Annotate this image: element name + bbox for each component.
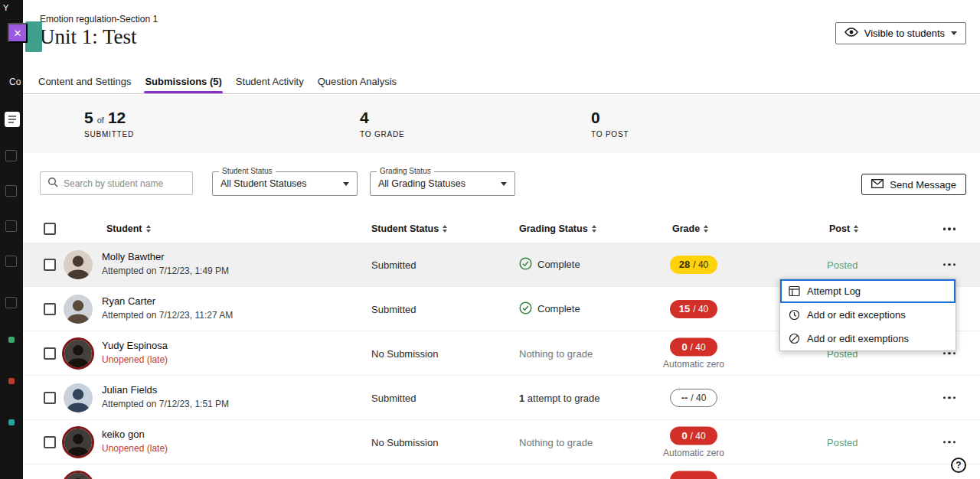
grading-status-label: Complete — [537, 303, 580, 314]
row-checkbox[interactable] — [44, 303, 56, 315]
row-checkbox[interactable] — [44, 436, 56, 448]
stat-value: 5 — [84, 109, 93, 127]
grade-pill[interactable]: 15 / 40 — [670, 300, 717, 318]
column-header-grading-status[interactable]: Grading Status — [519, 223, 596, 234]
table-row: keiko gon Unopened (late) No Submission … — [23, 420, 980, 464]
complete-icon — [519, 257, 532, 272]
student-name[interactable]: Ryan Carter — [102, 295, 233, 307]
sidebar-green-marker — [8, 337, 15, 343]
student-name[interactable]: Yudy Espinosa — [102, 340, 168, 351]
stat-connector: of — [97, 116, 104, 125]
menu-item-add-exemptions[interactable]: Add or edit exemptions — [780, 327, 956, 350]
grade-max: / 40 — [693, 304, 708, 314]
post-status: Posted — [827, 436, 858, 448]
visibility-dropdown-button[interactable]: Visible to students — [835, 22, 966, 44]
row-checkbox[interactable] — [44, 259, 56, 271]
student-name[interactable]: Julian Fields — [102, 384, 229, 396]
tab-content-and-settings[interactable]: Content and Settings — [38, 69, 132, 93]
student-status-filter[interactable]: Student Status All Student Statuses — [212, 171, 358, 196]
sidebar-teal-marker — [8, 419, 15, 425]
table-row — [23, 464, 980, 479]
avatar — [62, 337, 94, 370]
table-options-button[interactable] — [940, 224, 959, 233]
grading-status: Complete — [519, 301, 580, 317]
attempt-info: Attempted on 7/12/23, 1:51 PM — [102, 399, 229, 409]
stat-value: 0 — [591, 109, 600, 127]
send-message-button[interactable]: Send Message — [861, 174, 966, 195]
book-icon[interactable] — [5, 112, 20, 127]
avatar — [64, 250, 93, 279]
row-checkbox[interactable] — [44, 392, 56, 404]
grade-pill[interactable]: -- / 40 — [670, 389, 717, 407]
column-header-student-status[interactable]: Student Status — [371, 223, 447, 234]
row-menu-button[interactable] — [940, 438, 959, 447]
attempt-info: Unopened (late) — [102, 354, 168, 365]
filter-value: All Student Statuses — [220, 178, 307, 189]
avatar — [62, 426, 94, 458]
search-input[interactable] — [64, 178, 185, 189]
sort-icon — [146, 225, 151, 233]
select-all-checkbox[interactable] — [44, 223, 56, 235]
grade-pill[interactable]: 28 / 40 — [670, 256, 717, 274]
tab-submissions[interactable]: Submissions (5) — [144, 69, 222, 93]
avatar — [64, 383, 93, 412]
post-status: Posted — [827, 259, 858, 270]
close-panel-button[interactable]: ✕ — [8, 23, 28, 43]
grade-value: 28 — [679, 259, 690, 270]
tab-student-activity[interactable]: Student Activity — [235, 69, 305, 93]
column-label: Grade — [672, 223, 700, 234]
sidebar-icon[interactable] — [5, 185, 17, 197]
menu-item-add-exceptions[interactable]: Add or edit exceptions — [780, 303, 956, 327]
column-header-post[interactable]: Post — [829, 223, 858, 234]
column-label: Post — [829, 223, 850, 234]
grade-pill[interactable] — [670, 471, 717, 479]
help-button[interactable]: ? — [951, 458, 966, 473]
exemption-icon — [788, 333, 800, 344]
attempt-info: Attempted on 7/12/23, 11:27 AM — [102, 310, 233, 321]
sidebar-icon[interactable] — [5, 297, 17, 308]
search-icon — [47, 177, 58, 191]
grading-status: Nothing to grade — [519, 436, 593, 448]
grade-pill[interactable]: 0 / 40 — [670, 426, 717, 445]
grading-status-filter[interactable]: Grading Status All Grading Statuses — [370, 171, 515, 196]
student-name[interactable]: Molly Bawther — [102, 251, 229, 262]
course-name: Emotion regulation-Section 1 — [40, 14, 158, 24]
grade-note: Automatic zero — [663, 358, 724, 369]
sidebar-icon[interactable] — [5, 220, 17, 232]
send-message-label: Send Message — [890, 179, 956, 191]
stat-label: TO GRADE — [360, 130, 404, 138]
student-name[interactable]: keiko gon — [102, 428, 168, 440]
grading-status: Nothing to grade — [519, 347, 593, 359]
row-checkbox[interactable] — [44, 347, 56, 360]
row-menu-button[interactable] — [940, 393, 959, 402]
sidebar-icon[interactable] — [5, 150, 17, 161]
complete-icon — [519, 301, 532, 317]
menu-item-label: Add or edit exemptions — [807, 333, 909, 344]
stat-label: SUBMITTED — [84, 130, 134, 138]
sort-icon — [443, 225, 447, 233]
collapsed-sidebar: Y Co — [0, 0, 23, 479]
menu-item-attempt-log[interactable]: Attempt Log — [780, 279, 956, 303]
grading-status-label: Nothing to grade — [519, 347, 593, 359]
grade-max: / 40 — [691, 393, 706, 403]
chevron-down-icon — [501, 182, 507, 186]
table-row: Julian Fields Attempted on 7/12/23, 1:51… — [23, 376, 980, 420]
student-status: No Submission — [371, 436, 438, 448]
sidebar-icon[interactable] — [5, 256, 17, 267]
grade-value: -- — [681, 392, 688, 403]
clock-icon — [788, 309, 800, 321]
sort-icon — [704, 225, 708, 233]
filter-label: Grading Status — [377, 167, 434, 175]
row-menu-button[interactable] — [940, 260, 959, 269]
tab-question-analysis[interactable]: Question Analysis — [317, 69, 397, 93]
grading-status: Complete — [519, 257, 580, 272]
column-header-grade[interactable]: Grade — [672, 223, 708, 234]
student-status: Submitted — [371, 303, 416, 314]
student-status: Submitted — [371, 259, 416, 270]
chevron-down-icon — [951, 31, 957, 35]
grade-pill[interactable]: 0 / 40 — [670, 337, 717, 356]
column-header-student[interactable]: Student — [106, 223, 151, 234]
attempt-log-icon — [788, 285, 800, 297]
stat-value: 4 — [360, 109, 369, 127]
attempt-info: Attempted on 7/12/23, 1:49 PM — [102, 266, 229, 276]
